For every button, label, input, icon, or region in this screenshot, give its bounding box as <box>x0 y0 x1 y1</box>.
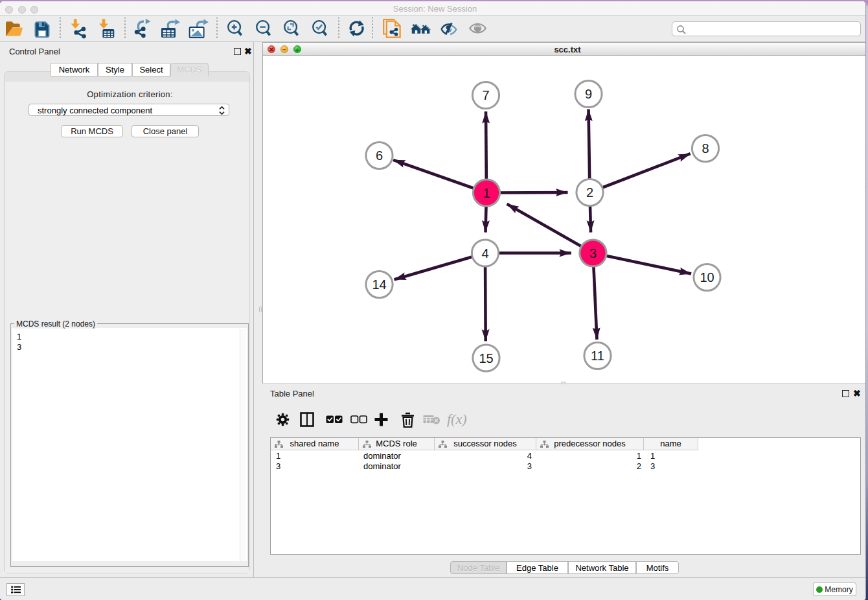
svg-text:11: 11 <box>591 349 604 363</box>
svg-text:15: 15 <box>479 351 493 365</box>
svg-text:6: 6 <box>376 148 383 163</box>
svg-text:8: 8 <box>702 141 709 156</box>
svg-text:4: 4 <box>481 246 488 260</box>
svg-text:9: 9 <box>585 87 592 101</box>
svg-text:10: 10 <box>700 270 714 284</box>
svg-text:2: 2 <box>586 185 593 200</box>
svg-text:1: 1 <box>483 186 490 200</box>
svg-text:7: 7 <box>482 88 489 102</box>
svg-text:3: 3 <box>589 246 597 260</box>
svg-text:14: 14 <box>372 277 386 292</box>
